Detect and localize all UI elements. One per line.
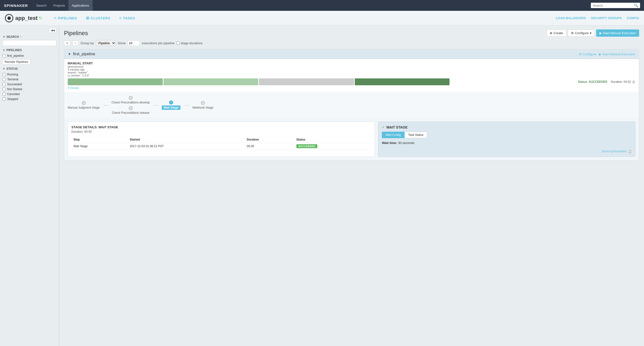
source-link-row: Source | Permalink 📋 bbox=[382, 150, 632, 153]
toolbar: + − Group by Pipeline Show executions pe… bbox=[64, 40, 639, 46]
expand-all-btn[interactable]: + bbox=[64, 40, 70, 46]
global-search[interactable]: 🔍 bbox=[591, 3, 640, 8]
play-icon: ▶ bbox=[600, 31, 602, 35]
row-status: SUCCEEDED bbox=[294, 143, 371, 150]
group-by-select[interactable]: Pipeline bbox=[96, 40, 116, 46]
right-panel-tabs: Wait Config Task Status bbox=[382, 132, 632, 138]
sidebar: ◀◀ ▼ SEARCH ? ▼ PIPELINES first_pipeline… bbox=[0, 25, 59, 346]
stage-details-left: STAGE DETAILS: WAIT STAGE Duration: 00:3… bbox=[68, 122, 375, 157]
sidebar-collapse-btn[interactable]: ◀◀ bbox=[49, 28, 56, 33]
play-icon-pipeline: ▶ bbox=[599, 52, 602, 56]
seg-1 bbox=[68, 78, 163, 85]
status-stopped: Stopped bbox=[2, 97, 56, 102]
stage-label-manual: Manual Judgment Stage bbox=[68, 106, 100, 109]
stage-label-check-dev: Check Preconditions develop bbox=[112, 101, 150, 104]
reorder-pipelines-btn[interactable]: Reorder Pipelines bbox=[2, 59, 30, 65]
pipeline-name: first_pipeline bbox=[73, 52, 579, 56]
nav-item-applications[interactable]: Applications bbox=[68, 0, 92, 11]
wait-stage-badge[interactable]: Wait Stage bbox=[162, 105, 181, 110]
seg-4 bbox=[355, 78, 450, 85]
stage-durations-checkbox[interactable] bbox=[176, 41, 180, 45]
pipeline-item-first: first_pipeline bbox=[2, 53, 56, 58]
stage-circle-wait bbox=[169, 101, 173, 104]
exec-user: [anonymous] bbox=[68, 65, 636, 68]
status-canceled-checkbox[interactable] bbox=[2, 93, 6, 96]
status-chevron[interactable]: ▼ bbox=[2, 67, 6, 71]
status-running: Running bbox=[2, 72, 56, 77]
status-not-started: Not Started bbox=[2, 87, 56, 92]
stage-circle-check-rel bbox=[129, 106, 133, 110]
tab-task-status[interactable]: Task Status bbox=[404, 132, 427, 138]
app-name: app_test bbox=[15, 15, 38, 21]
exec-bar bbox=[68, 78, 577, 85]
stage-label-check-rel: Check Preconditions release bbox=[112, 111, 150, 115]
config-link[interactable]: CONFIG bbox=[626, 16, 639, 20]
main-layout: ◀◀ ▼ SEARCH ? ▼ PIPELINES first_pipeline… bbox=[0, 25, 644, 346]
create-btn[interactable]: ⊕ Create bbox=[546, 29, 566, 37]
gear-icon: ⚙ bbox=[571, 31, 574, 35]
stage-circle-webhook bbox=[201, 101, 205, 105]
col-duration: Duration bbox=[245, 136, 294, 143]
nav-clusters[interactable]: ⊞ CLUSTERS bbox=[82, 11, 115, 25]
nav-pipelines[interactable]: ≡ PIPELINES bbox=[50, 11, 81, 25]
stage-circle-manual bbox=[82, 101, 86, 105]
pipeline-header: ▼ first_pipeline ⚙ Configure ▶ Start Man… bbox=[64, 49, 639, 59]
nav-item-projects[interactable]: Projects bbox=[50, 0, 68, 11]
stage-details-table: Step Started Duration Status Wait Stage … bbox=[72, 136, 371, 150]
show-count-input[interactable] bbox=[128, 40, 140, 46]
tasks-icon: ≡ bbox=[119, 16, 122, 20]
pipeline-configure-link[interactable]: ⚙ Configure bbox=[579, 52, 596, 56]
stage-circle-check-dev bbox=[129, 96, 133, 100]
execution-bar-row: Status: SUCCEEDED Duration: 04:02 🗑 bbox=[68, 78, 636, 85]
gear-icon-pipeline: ⚙ bbox=[579, 52, 582, 56]
refresh-icon[interactable]: ↻ bbox=[39, 16, 42, 20]
exec-time-ago: 4 minutes ago bbox=[68, 68, 636, 71]
stage-check-release: Check Preconditions release bbox=[112, 106, 150, 115]
pipeline-checkbox-first[interactable] bbox=[2, 54, 6, 57]
col-started: Started bbox=[128, 136, 245, 143]
status-terminal-checkbox[interactable] bbox=[2, 78, 6, 81]
stage-group-check: Check Preconditions develop Check Precon… bbox=[112, 96, 150, 115]
plus-circle-icon: ⊕ bbox=[550, 31, 552, 35]
pipeline-chevron-icon[interactable]: ▼ bbox=[68, 52, 71, 56]
delete-exec-icon[interactable]: 🗑 bbox=[632, 80, 636, 84]
nav-item-search[interactable]: Search bbox=[33, 0, 50, 11]
show-label: Show bbox=[118, 41, 126, 45]
status-running-checkbox[interactable] bbox=[2, 73, 6, 76]
group-by-label: Group by bbox=[80, 41, 94, 45]
app-icon bbox=[5, 14, 13, 22]
app-header: app_test ↻ ≡ PIPELINES ⊞ CLUSTERS ≡ TASK… bbox=[0, 11, 644, 25]
permalink-link[interactable]: Permalink bbox=[613, 150, 626, 153]
security-groups-link[interactable]: SECURITY GROUPS bbox=[591, 16, 622, 20]
stage-webhook: Webhook Stage bbox=[192, 101, 213, 109]
source-link[interactable]: Source bbox=[602, 150, 611, 153]
exec-details-link[interactable]: ▾ Details bbox=[68, 86, 79, 90]
status-canceled: Canceled bbox=[2, 92, 56, 97]
configure-btn[interactable]: ⚙ Configure ▾ bbox=[568, 29, 594, 37]
app-icon-inner bbox=[8, 16, 11, 20]
tab-wait-config[interactable]: Wait Config bbox=[382, 132, 404, 138]
seg-3 bbox=[259, 78, 354, 85]
stage-details-title: STAGE DETAILS: WAIT STAGE bbox=[72, 125, 371, 129]
main-content: Pipelines ⊕ Create ⚙ Configure ▾ ▶ Start… bbox=[59, 25, 644, 346]
stage-durations-label[interactable]: stage durations bbox=[176, 41, 202, 45]
pipeline-start-manual-link[interactable]: ▶ Start Manual Execution bbox=[599, 52, 636, 56]
stage-details-right: ✓ WAIT STAGE Wait Config Task Status Wai… bbox=[378, 122, 636, 157]
nav-tasks[interactable]: ≡ TASKS bbox=[115, 11, 140, 25]
status-succeeded-checkbox[interactable] bbox=[2, 83, 6, 86]
load-balancers-link[interactable]: LOAD BALANCERS bbox=[556, 16, 586, 20]
sidebar-search-input[interactable] bbox=[2, 40, 56, 46]
collapse-all-btn[interactable]: − bbox=[72, 40, 79, 46]
status-not-started-checkbox[interactable] bbox=[2, 88, 6, 91]
page-title: Pipelines bbox=[64, 30, 546, 37]
search-input[interactable] bbox=[593, 4, 634, 7]
status-stopped-checkbox[interactable] bbox=[2, 98, 6, 101]
pipelines-chevron[interactable]: ▼ bbox=[2, 48, 6, 52]
wait-time-row: Wait time: 30 seconds bbox=[382, 141, 632, 145]
stage-wait: Wait Stage bbox=[162, 101, 181, 110]
page-header: Pipelines ⊕ Create ⚙ Configure ▾ ▶ Start… bbox=[64, 29, 639, 37]
stage-details-subtitle: Duration: 00:30 bbox=[72, 130, 371, 134]
search-chevron[interactable]: ▼ bbox=[2, 35, 6, 39]
clusters-icon: ⊞ bbox=[86, 16, 89, 20]
start-manual-execution-btn[interactable]: ▶ Start Manual Execution bbox=[596, 29, 639, 37]
